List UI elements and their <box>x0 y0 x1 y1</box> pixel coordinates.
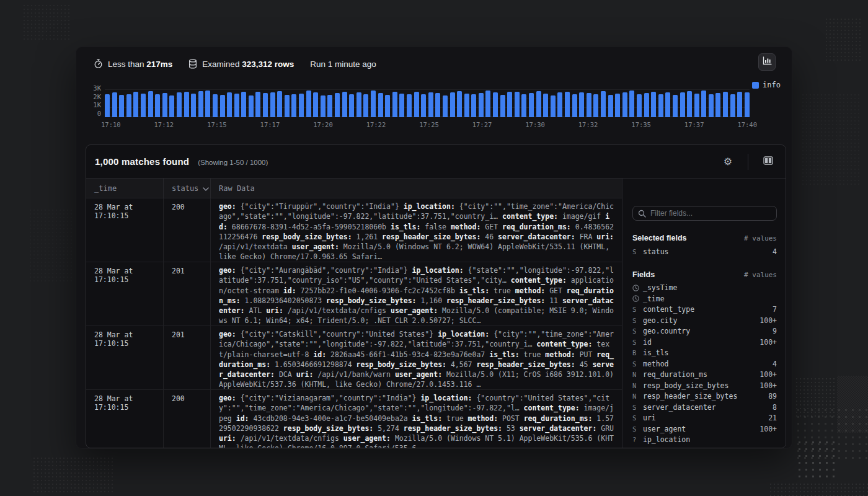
histogram-bars <box>105 88 750 117</box>
field-name: status <box>643 247 669 256</box>
histogram-bar <box>658 94 663 117</box>
field-item-content_type[interactable]: Scontent_type7 <box>632 304 777 316</box>
histogram-bar <box>363 94 368 117</box>
histogram-bar <box>694 94 699 117</box>
histogram-bar <box>443 95 448 117</box>
field-item-geo.country[interactable]: Sgeo.country9 <box>632 326 777 337</box>
x-tick-label: 17:35 <box>631 121 651 128</box>
field-item-geo.city[interactable]: Sgeo.city100+ <box>632 315 777 326</box>
field-item-ip_location[interactable]: ?ip_location <box>632 435 777 446</box>
cell-status: 200 <box>164 198 211 262</box>
field-item-resp_header_size_bytes[interactable]: Nresp_header_size_bytes89 <box>632 391 777 402</box>
cell-status: 201 <box>164 326 211 389</box>
histogram-bar <box>421 94 426 117</box>
histogram-bar <box>299 94 304 117</box>
field-item-user_agent[interactable]: Suser_agent100+ <box>632 423 777 435</box>
field-item-id[interactable]: Sid100+ <box>632 337 777 348</box>
examined-text: Examined 323,312 rows <box>202 60 294 69</box>
histogram-bar <box>579 92 584 117</box>
field-type-S-icon: S <box>632 248 643 255</box>
field-item-server_datacenter[interactable]: Sserver_datacenter8 <box>632 402 777 413</box>
stopwatch-icon <box>94 59 103 69</box>
field-item-status[interactable]: Sstatus4 <box>632 246 777 257</box>
run-time-text: Run 1 minute ago <box>310 60 376 69</box>
histogram-bar <box>213 94 218 117</box>
cell-time: 28 Mar at 17:10:15 <box>86 198 164 262</box>
x-tick-label: 17:15 <box>207 121 227 128</box>
histogram-bar <box>715 93 720 117</box>
filter-fields-input[interactable] <box>632 206 777 221</box>
field-item-method[interactable]: Smethod4 <box>632 358 777 370</box>
table-row[interactable]: 28 Mar at 17:10:15201geo: {"city":"Catsk… <box>86 326 622 390</box>
field-value-count: 100+ <box>760 381 777 390</box>
field-item-is_tls[interactable]: Bis_tls <box>632 348 777 359</box>
field-item-uri[interactable]: Suri21 <box>632 413 777 424</box>
field-value-count: 9 <box>773 327 777 335</box>
chart-x-axis: 17:1017:1217:1517:1717:2017:2217:2517:27… <box>101 121 757 128</box>
column-layout-button[interactable] <box>761 154 776 169</box>
field-type-S-icon: S <box>632 306 643 313</box>
cell-raw-data: geo: {"city":"Vizianagaram","country":"I… <box>211 390 622 448</box>
field-type-S-icon: S <box>632 360 643 368</box>
settings-button[interactable]: ⚙ <box>720 154 735 169</box>
bar-chart-icon <box>763 56 772 68</box>
x-tick-label: 17:22 <box>366 121 386 128</box>
histogram-bar <box>450 92 455 117</box>
field-value-count: 4 <box>773 247 777 256</box>
actions-divider <box>748 154 748 170</box>
legend-label: info <box>763 81 781 89</box>
field-name: geo.country <box>643 327 690 335</box>
histogram-bar <box>565 92 570 117</box>
chart-y-axis: 3K2K1K0 <box>78 84 101 117</box>
field-value-count: 7 <box>773 305 777 314</box>
field-type-N-icon: N <box>632 382 643 389</box>
histogram-bar <box>399 94 404 117</box>
results-actions: ⚙ <box>720 154 776 170</box>
chart-legend[interactable]: info <box>752 81 781 89</box>
histogram-bar <box>551 95 556 117</box>
histogram-bar <box>277 91 282 117</box>
histogram-bar <box>673 95 678 117</box>
histogram-bar <box>119 95 124 117</box>
table-row[interactable]: 28 Mar at 17:10:15200geo: {"city":"Vizia… <box>86 390 622 448</box>
histogram-bar <box>515 92 520 117</box>
histogram-bar <box>464 94 469 117</box>
field-item-resp_body_size_bytes[interactable]: Nresp_body_size_bytes100+ <box>632 380 777 391</box>
histogram-bar <box>500 95 505 117</box>
histogram-bar <box>249 95 254 117</box>
histogram-bar <box>536 91 541 117</box>
showing-range-label: (Showing 1-50 / 1000) <box>198 157 268 166</box>
y-tick-label: 3K <box>93 84 101 92</box>
histogram-bar <box>737 92 742 117</box>
field-type-B-icon: B <box>632 349 643 356</box>
field-value-count: 4 <box>773 360 777 368</box>
field-item-_sysTime[interactable]: _sysTime <box>632 283 777 294</box>
results-table: _time status Raw Data 28 Mar at 17:10:15… <box>86 178 622 448</box>
histogram-bar <box>529 93 534 117</box>
results-body: _time status Raw Data 28 Mar at 17:10:15… <box>86 178 786 448</box>
histogram-bar <box>227 92 232 117</box>
field-name: resp_header_size_bytes <box>643 392 737 401</box>
histogram-bar <box>112 92 117 117</box>
histogram-bar <box>543 94 548 117</box>
table-row[interactable]: 28 Mar at 17:10:15200geo: {"city":"Tirup… <box>86 198 622 262</box>
table-row[interactable]: 28 Mar at 17:10:15201geo: {"city":"Auran… <box>86 262 622 326</box>
gear-icon: ⚙ <box>724 157 732 167</box>
field-item-_time[interactable]: _time <box>632 293 777 304</box>
table-body: 28 Mar at 17:10:15200geo: {"city":"Tirup… <box>86 198 622 448</box>
results-card: 1,000 matches found (Showing 1-50 / 1000… <box>86 144 786 448</box>
column-header-status[interactable]: status <box>164 179 211 198</box>
table-header-row: _time status Raw Data <box>86 178 622 198</box>
legend-swatch-info <box>752 82 759 89</box>
field-item-req_duration_ms[interactable]: Nreq_duration_ms100+ <box>632 370 777 381</box>
histogram-chart[interactable] <box>105 88 750 117</box>
histogram-bar <box>285 95 290 117</box>
histogram-bar <box>335 93 340 117</box>
histogram-bar <box>177 92 182 117</box>
chart-toggle-button[interactable] <box>758 53 776 71</box>
histogram-bar <box>730 94 735 117</box>
field-name: server_datacenter <box>643 403 716 412</box>
histogram-bar <box>342 92 347 117</box>
bg-pattern <box>796 439 835 479</box>
histogram-bar <box>745 92 750 117</box>
